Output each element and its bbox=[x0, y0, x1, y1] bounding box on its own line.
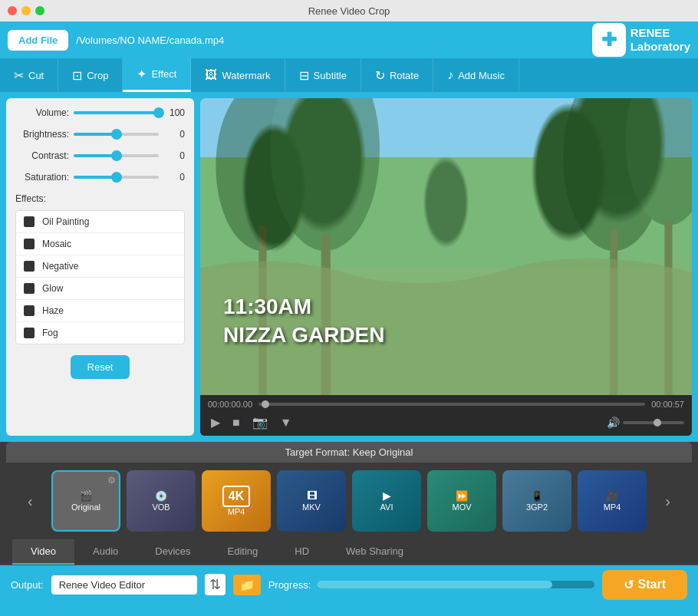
tab-cut[interactable]: ✂ Cut bbox=[0, 58, 58, 92]
tab-watermark[interactable]: 🖼 Watermark bbox=[191, 58, 285, 92]
time-end: 00:00:57 bbox=[651, 400, 684, 409]
mosaic-label: Mosaic bbox=[42, 239, 71, 249]
add-file-button[interactable]: Add File bbox=[8, 30, 68, 51]
format-tab-web-sharing[interactable]: Web Sharing bbox=[328, 539, 422, 565]
volume-track[interactable] bbox=[623, 421, 684, 424]
target-format-bar: Target Format: Keep Original bbox=[6, 442, 692, 463]
glow-checkbox[interactable] bbox=[24, 283, 35, 294]
snapshot-button[interactable]: 📷 bbox=[249, 413, 271, 431]
volume-fill bbox=[74, 111, 159, 114]
reset-button[interactable]: Reset bbox=[71, 355, 130, 379]
format-mkv[interactable]: 🎞 MKV bbox=[277, 470, 346, 532]
format-mkv-icon: 🎞 bbox=[307, 490, 317, 502]
window-title: Renee Video Crop bbox=[308, 5, 390, 17]
overlay-time: 11:30AM bbox=[223, 293, 385, 321]
effect-negative[interactable]: Negative bbox=[16, 255, 184, 278]
tab-crop-label: Crop bbox=[87, 70, 108, 81]
tab-add-music[interactable]: ♪ Add Music bbox=[433, 58, 519, 92]
contrast-thumb[interactable] bbox=[111, 150, 122, 161]
close-button[interactable] bbox=[8, 6, 17, 15]
format-tab-hd[interactable]: HD bbox=[276, 539, 328, 565]
contrast-label: Contrast: bbox=[15, 150, 69, 161]
mosaic-checkbox[interactable] bbox=[24, 239, 35, 249]
play-button[interactable]: ▶ bbox=[208, 413, 223, 431]
format-vob[interactable]: 💿 VOB bbox=[127, 470, 196, 532]
volume-dot[interactable] bbox=[654, 419, 661, 427]
format-tab-devices[interactable]: Devices bbox=[137, 539, 209, 565]
glow-label: Glow bbox=[42, 283, 63, 294]
saturation-slider[interactable] bbox=[74, 176, 159, 179]
brightness-thumb[interactable] bbox=[111, 129, 122, 140]
saturation-row: Saturation: 0 bbox=[15, 172, 185, 183]
volume-control: 🔊 bbox=[607, 417, 684, 429]
start-button[interactable]: ↺ Start bbox=[602, 570, 687, 600]
progress-track[interactable] bbox=[258, 403, 645, 406]
topbar: Add File /Volumes/NO NAME/canada.mp4 ✚ R… bbox=[0, 21, 698, 58]
format-original[interactable]: ⚙ 🎬 Original bbox=[51, 470, 120, 532]
haze-checkbox[interactable] bbox=[24, 305, 35, 316]
format-tab-editing[interactable]: Editing bbox=[209, 539, 277, 565]
format-mov-icon: ⏩ bbox=[456, 490, 468, 502]
progress-fill bbox=[317, 581, 552, 588]
settings-button[interactable]: ▼ bbox=[277, 414, 295, 431]
fog-checkbox[interactable] bbox=[24, 328, 35, 338]
format-type-tabs: Video Audio Devices Editing HD Web Shari… bbox=[0, 539, 698, 565]
progress-dot[interactable] bbox=[262, 400, 269, 408]
tab-effect-label: Effect bbox=[151, 68, 176, 80]
format-mov[interactable]: ⏩ MOV bbox=[427, 470, 496, 532]
stop-button[interactable]: ■ bbox=[229, 414, 243, 431]
main-content: Volume: 100 Brightness: 0 Contrast: 0 bbox=[0, 92, 698, 442]
format-mp4-icon: 🎥 bbox=[606, 490, 618, 502]
contrast-row: Contrast: 0 bbox=[15, 150, 185, 161]
start-label: Start bbox=[638, 578, 666, 591]
format-carousel: ‹ ⚙ 🎬 Original 💿 VOB 4K MP4 bbox=[0, 463, 698, 539]
saturation-thumb[interactable] bbox=[111, 172, 122, 183]
contrast-fill bbox=[74, 154, 117, 157]
oil-painting-checkbox[interactable] bbox=[24, 216, 35, 227]
controls-row: ▶ ■ 📷 ▼ 🔊 bbox=[208, 413, 684, 431]
effect-oil-painting[interactable]: Oil Painting bbox=[16, 211, 184, 233]
volume-slider[interactable] bbox=[74, 111, 159, 114]
format-mp4-4k-label: MP4 bbox=[228, 507, 245, 516]
contrast-value: 0 bbox=[163, 150, 185, 161]
format-avi[interactable]: ▶ AVI bbox=[352, 470, 421, 532]
effect-glow[interactable]: Glow bbox=[16, 278, 184, 300]
format-tab-video[interactable]: Video bbox=[12, 539, 74, 565]
format-mp4-4k[interactable]: 4K MP4 bbox=[202, 470, 271, 532]
minimize-button[interactable] bbox=[21, 6, 31, 15]
cut-icon: ✂ bbox=[14, 68, 24, 83]
format-original-icon: 🎬 bbox=[80, 490, 92, 502]
format-tab-audio[interactable]: Audio bbox=[74, 539, 137, 565]
format-mp4[interactable]: 🎥 MP4 bbox=[578, 470, 647, 532]
logo-text: RENEE Laboratory bbox=[631, 26, 690, 54]
tab-rotate[interactable]: ↻ Rotate bbox=[361, 58, 433, 92]
subtitle-icon: ⊟ bbox=[299, 68, 309, 83]
format-mkv-label: MKV bbox=[302, 502, 321, 512]
logo-plus-icon: ✚ bbox=[601, 29, 617, 51]
carousel-next-button[interactable]: › bbox=[660, 489, 675, 513]
effect-haze[interactable]: Haze bbox=[16, 300, 184, 322]
negative-checkbox[interactable] bbox=[24, 261, 35, 272]
output-path-input[interactable] bbox=[51, 575, 197, 595]
effect-mosaic[interactable]: Mosaic bbox=[16, 233, 184, 255]
carousel-prev-button[interactable]: ‹ bbox=[23, 489, 38, 513]
brightness-slider[interactable] bbox=[74, 133, 159, 136]
brightness-value: 0 bbox=[163, 129, 185, 140]
output-dropdown-button[interactable]: ⇅ bbox=[205, 574, 226, 595]
maximize-button[interactable] bbox=[35, 6, 44, 15]
format-3gp2-label: 3GP2 bbox=[526, 502, 548, 512]
video-overlay-text: 11:30AM NIZZA GARDEN bbox=[223, 293, 385, 349]
effect-fog[interactable]: Fog bbox=[16, 322, 184, 344]
browse-folder-button[interactable]: 📁 bbox=[233, 575, 261, 595]
volume-thumb[interactable] bbox=[153, 107, 164, 118]
watermark-icon: 🖼 bbox=[205, 68, 217, 82]
contrast-slider[interactable] bbox=[74, 154, 159, 157]
output-progress-bar bbox=[317, 581, 594, 588]
output-bar: Output: ⇅ 📁 Progress: ↺ Start bbox=[0, 565, 698, 604]
saturation-label: Saturation: bbox=[15, 172, 69, 183]
tab-effect[interactable]: ✦ Effect bbox=[123, 58, 191, 92]
format-3gp2[interactable]: 📱 3GP2 bbox=[502, 470, 571, 532]
format-items: ⚙ 🎬 Original 💿 VOB 4K MP4 🎞 MKV bbox=[41, 470, 658, 532]
tab-crop[interactable]: ⊡ Crop bbox=[58, 58, 123, 92]
tab-subtitle[interactable]: ⊟ Subtitle bbox=[285, 58, 361, 92]
